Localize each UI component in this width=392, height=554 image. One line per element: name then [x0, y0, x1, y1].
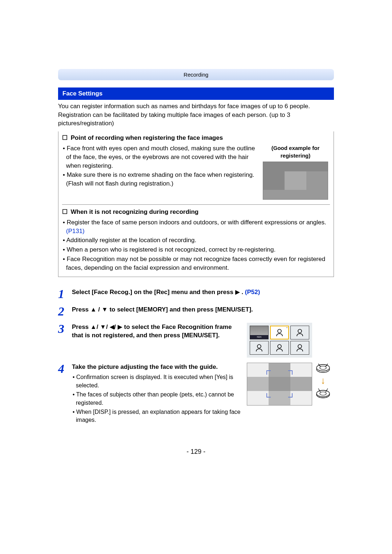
subhead-point-of-recording: Point of recording when registering the …: [62, 131, 330, 142]
list-item: When a person who is registered is not r…: [63, 245, 330, 254]
svg-point-7: [320, 366, 326, 369]
not-recognizing-list: Register the face of same person indoors…: [62, 218, 330, 272]
step-number: 4: [58, 363, 67, 375]
face-recognition-grid: KEN: [247, 323, 312, 358]
step3-figure: KEN: [247, 323, 334, 358]
up-arrow-icon: ▲: [90, 306, 97, 313]
subhead-not-recognizing: When it is not recognizing during record…: [62, 204, 330, 216]
step-number: 2: [58, 305, 67, 318]
step-text: Select [Face Recog.] on the [Rec] menu a…: [72, 289, 235, 296]
section-title-bar: Face Settings: [58, 87, 334, 100]
list-item: The faces of subjects other than people …: [73, 391, 242, 407]
step-4: 4 Take the picture adjusting the face wi…: [58, 363, 334, 425]
good-example-label: (Good example for registering): [261, 144, 330, 159]
down-arrow-icon: ▼: [100, 323, 106, 330]
shutter-half-press-icon: [315, 363, 331, 374]
face-slot-selected: [270, 326, 289, 339]
face-slot: [290, 341, 309, 355]
face-slot: [250, 341, 269, 355]
list-item: When [DISP.] is pressed, an explanation …: [73, 408, 242, 424]
camera-guide-screen: [247, 363, 312, 406]
list-item: Face front with eyes open and mouth clos…: [63, 144, 256, 170]
face-slot: [270, 341, 289, 355]
page-link[interactable]: (P52): [245, 289, 260, 296]
step-title: Take the picture adjusting the face with…: [72, 363, 218, 370]
svg-point-10: [320, 392, 326, 395]
down-arrow-icon: ▼: [102, 306, 108, 313]
shutter-sequence: ↓: [315, 363, 331, 398]
info-box: Point of recording when registering the …: [58, 131, 334, 277]
page-link[interactable]: (P131): [66, 228, 85, 235]
step4-figure: ↓: [247, 363, 334, 406]
list-text: Register the face of same person indoors…: [67, 219, 326, 226]
page-number: - 129 -: [58, 447, 334, 456]
step-body: Select [Face Recog.] on the [Rec] menu a…: [72, 288, 334, 297]
up-arrow-icon: ▲: [90, 323, 97, 330]
step-3: 3 Press ▲/ ▼/ ◀/ ▶ to select the Face Re…: [58, 323, 334, 358]
step-1: 1 Select [Face Recog.] on the [Rec] menu…: [58, 288, 334, 300]
step-2: 2 Press ▲ / ▼ to select [MEMORY] and the…: [58, 305, 334, 318]
svg-point-4: [298, 345, 302, 348]
svg-point-2: [257, 345, 261, 348]
ken-label: KEN: [250, 335, 268, 339]
person-icon: [296, 329, 303, 337]
step4-bullets: Confirmation screen is displayed. It is …: [72, 373, 242, 424]
step-body: Press ▲/ ▼/ ◀/ ▶ to select the Face Reco…: [72, 323, 242, 340]
good-example-image: [263, 162, 328, 200]
svg-point-0: [278, 329, 281, 333]
svg-point-3: [278, 345, 281, 348]
header-tab: Recording: [58, 69, 334, 80]
step-body: Press ▲ / ▼ to select [MEMORY] and then …: [72, 305, 334, 314]
left-arrow-icon: ◀: [110, 323, 114, 330]
person-icon: [256, 344, 263, 352]
right-arrow-icon: ▶: [118, 323, 122, 330]
right-arrow-icon: ▶: [235, 289, 240, 296]
step-number: 3: [58, 323, 67, 335]
list-item: Confirmation screen is displayed. It is …: [73, 373, 242, 390]
list-item: Additionally register at the location of…: [63, 236, 330, 245]
face-slot-ken: KEN: [250, 326, 269, 339]
face-guide-frame: [266, 370, 292, 397]
person-icon: [296, 344, 303, 352]
list-item: Face Recognition may not be possible or …: [63, 255, 330, 272]
list-item: Make sure there is no extreme shading on…: [63, 171, 256, 188]
good-example-area: (Good example for registering): [261, 144, 330, 201]
face-slot: [290, 326, 309, 339]
step-text: Press: [72, 323, 90, 330]
step-text: Press: [72, 306, 90, 313]
person-icon: [276, 329, 283, 337]
step-number: 1: [58, 288, 67, 300]
down-arrow-icon: ↓: [321, 376, 326, 385]
shutter-full-press-icon: [315, 387, 331, 398]
step-text: .: [241, 289, 245, 296]
svg-point-1: [298, 329, 302, 333]
point-of-recording-list: Face front with eyes open and mouth clos…: [62, 144, 256, 188]
step-body: Take the picture adjusting the face with…: [72, 363, 242, 425]
step-text: to select [MEMORY] and then press [MENU/…: [110, 306, 253, 313]
person-icon: [276, 344, 283, 352]
intro-text: You can register information such as nam…: [58, 102, 334, 128]
list-item: Register the face of same person indoors…: [63, 218, 330, 236]
step-text: /: [98, 306, 100, 313]
